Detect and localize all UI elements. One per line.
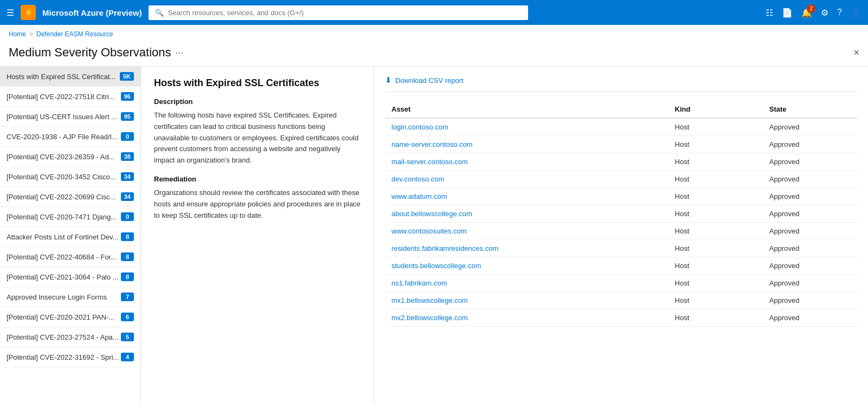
sidebar-item-badge: 5 <box>121 333 134 341</box>
table-row: mx1.bellowscollege.com Host Approved <box>385 292 857 309</box>
portal-icon[interactable]: 📄 <box>782 8 793 18</box>
asset-link[interactable]: ns1.fabrikam.com <box>391 279 447 287</box>
page-title: Medium Severity Observations <box>9 46 171 60</box>
asset-link[interactable]: login.contoso.com <box>391 123 448 131</box>
table-cell-kind: Host <box>668 257 763 275</box>
table-row: students.bellowscollege.com Host Approve… <box>385 257 857 275</box>
asset-link[interactable]: mail-server.contoso.com <box>391 158 468 166</box>
table-cell-state: Approved <box>763 171 857 188</box>
table-row: www.contososuites.com Host Approved <box>385 223 857 240</box>
asset-link[interactable]: residents.fabrikamresidences.com <box>391 244 498 252</box>
sidebar-item[interactable]: [Potential] CVE-2022-40684 - For... 8 <box>0 247 140 267</box>
table-cell-state: Approved <box>763 205 857 223</box>
gear-icon[interactable]: ⚙ <box>821 8 828 18</box>
sidebar-item[interactable]: [Potential] CVE-2023-26359 - Ad... 38 <box>0 147 140 167</box>
table-cell-asset: login.contoso.com <box>385 118 668 136</box>
sidebar-list: Hosts with Expired SSL Certificat... 5K … <box>0 67 141 405</box>
sidebar-item[interactable]: CVE-2020-1938 - AJP File Read/I... 0 <box>0 127 140 147</box>
sidebar-item-badge: 96 <box>121 92 134 101</box>
sidebar-item-badge: 0 <box>121 212 134 221</box>
table-cell-asset: residents.fabrikamresidences.com <box>385 240 668 257</box>
csv-download-row[interactable]: ⬇ Download CSV report <box>385 75 857 92</box>
table-row: name-server.contoso.com Host Approved <box>385 136 857 153</box>
table-cell-asset: mx1.bellowscollege.com <box>385 292 668 309</box>
table-cell-kind: Host <box>668 275 763 292</box>
download-icon: ⬇ <box>385 75 392 85</box>
sidebar-item[interactable]: Approved Insecure Login Forms 7 <box>0 287 140 307</box>
sidebar-item[interactable]: [Potential] CVE-2023-27524 - Apa... 5 <box>0 327 140 347</box>
sidebar-item-label: CVE-2020-1938 - AJP File Read/I... <box>7 133 121 141</box>
asset-link[interactable]: www.contososuites.com <box>391 227 467 235</box>
search-input[interactable] <box>168 9 522 17</box>
sidebar-item-badge: 7 <box>121 293 134 301</box>
sidebar-item[interactable]: [Potential] US-CERT Issues Alert ... 95 <box>0 107 140 127</box>
sidebar-item[interactable]: [Potential] CVE-2022-31692 - Spri... 4 <box>0 347 140 367</box>
sidebar-item-badge: 0 <box>121 132 134 141</box>
table-cell-state: Approved <box>763 275 857 292</box>
table-cell-kind: Host <box>668 223 763 240</box>
asset-link[interactable]: name-server.contoso.com <box>391 140 473 148</box>
table-cell-asset: dev.contoso.com <box>385 171 668 188</box>
sidebar-item-badge: 4 <box>121 353 134 361</box>
sidebar-item-label: [Potential] CVE-2022-31692 - Spri... <box>7 353 121 361</box>
notification-badge: 2 <box>807 4 815 13</box>
asset-link[interactable]: dev.contoso.com <box>391 175 444 183</box>
sidebar-item-label: [Potential] CVE-2023-27524 - Apa... <box>7 333 121 341</box>
table-row: mx2.bellowscollege.com Host Approved <box>385 309 857 327</box>
table-row: login.contoso.com Host Approved <box>385 118 857 136</box>
asset-link[interactable]: www.adatum.com <box>391 192 447 200</box>
close-button[interactable]: × <box>853 47 859 59</box>
azure-logo: ⚡ <box>21 5 36 20</box>
table-cell-state: Approved <box>763 292 857 309</box>
table-cell-asset: about.bellowscollege.com <box>385 205 668 223</box>
csv-download-label[interactable]: Download CSV report <box>395 76 464 85</box>
asset-link[interactable]: mx2.bellowscollege.com <box>391 314 468 322</box>
table-panel: ⬇ Download CSV report Asset Kind State l… <box>374 67 868 405</box>
sidebar-item-badge: 34 <box>121 172 134 181</box>
grid-icon[interactable]: ☷ <box>766 8 773 18</box>
description-label: Description <box>154 98 361 106</box>
sidebar-item-label: [Potential] US-CERT Issues Alert ... <box>7 113 121 121</box>
hamburger-icon[interactable]: ☰ <box>7 8 14 18</box>
table-cell-asset: www.adatum.com <box>385 188 668 205</box>
table-row: residents.fabrikamresidences.com Host Ap… <box>385 240 857 257</box>
remediation-label: Remediation <box>154 175 361 183</box>
asset-link[interactable]: mx1.bellowscollege.com <box>391 296 468 304</box>
table-cell-kind: Host <box>668 309 763 327</box>
help-icon[interactable]: ? <box>837 8 842 17</box>
sidebar-item[interactable]: Attacker Posts List of Fortinet Dev... 8 <box>0 227 140 247</box>
table-row: about.bellowscollege.com Host Approved <box>385 205 857 223</box>
asset-link[interactable]: students.bellowscollege.com <box>391 262 481 270</box>
sidebar-item[interactable]: [Potential] CVE-2020-3452 Cisco... 34 <box>0 167 140 187</box>
sidebar-item-badge: 8 <box>121 252 134 261</box>
table-row: www.adatum.com Host Approved <box>385 188 857 205</box>
sidebar-item[interactable]: [Potential] CVE-2021-3064 - Palo ... 8 <box>0 267 140 287</box>
table-cell-kind: Host <box>668 153 763 171</box>
search-bar[interactable]: 🔍 <box>149 5 528 20</box>
table-row: ns1.fabrikam.com Host Approved <box>385 275 857 292</box>
breadcrumb-home[interactable]: Home <box>9 30 26 38</box>
table-cell-kind: Host <box>668 240 763 257</box>
breadcrumb: Home > Defender EASM Resource <box>0 25 868 43</box>
sidebar-item-label: Attacker Posts List of Fortinet Dev... <box>7 233 121 241</box>
table-cell-state: Approved <box>763 257 857 275</box>
sidebar-item-badge: 8 <box>121 272 134 281</box>
sidebar-item-label: [Potential] CVE-2023-26359 - Ad... <box>7 153 121 161</box>
sidebar-item[interactable]: [Potential] CVE-2022-27518 Citri... 96 <box>0 87 140 107</box>
table-cell-asset: mx2.bellowscollege.com <box>385 309 668 327</box>
assets-table: Asset Kind State login.contoso.com Host … <box>385 101 857 327</box>
breadcrumb-defender[interactable]: Defender EASM Resource <box>36 30 113 38</box>
more-options-icon[interactable]: ··· <box>176 47 184 59</box>
sidebar-item[interactable]: [Potential] CVE-2020-7471 Djang... 0 <box>0 207 140 227</box>
user-icon[interactable]: 👤 <box>851 8 861 18</box>
sidebar-item[interactable]: [Potential] CVE-2020-2021 PAN-... 6 <box>0 307 140 327</box>
sidebar-item-badge: 6 <box>121 313 134 321</box>
asset-link[interactable]: about.bellowscollege.com <box>391 210 472 218</box>
table-cell-state: Approved <box>763 240 857 257</box>
sidebar-item-label: [Potential] CVE-2022-20699 Cisc... <box>7 193 121 201</box>
table-cell-state: Approved <box>763 136 857 153</box>
sidebar-item-badge: 34 <box>121 192 134 201</box>
sidebar-item[interactable]: [Potential] CVE-2022-20699 Cisc... 34 <box>0 187 140 207</box>
sidebar-item[interactable]: Hosts with Expired SSL Certificat... 5K <box>0 67 140 87</box>
bell-icon[interactable]: 🔔 2 <box>801 8 812 18</box>
